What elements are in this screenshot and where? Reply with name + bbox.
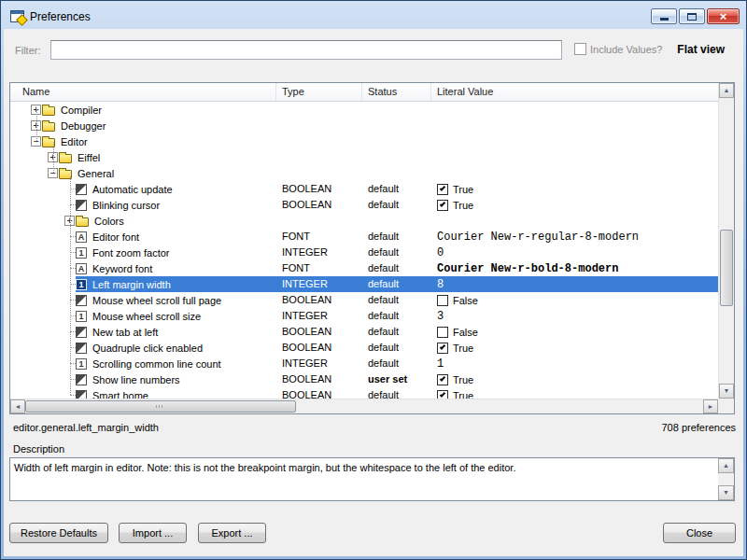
left-arrow-icon: ◄ xyxy=(15,403,21,410)
column-header-status[interactable]: Status xyxy=(362,83,431,101)
checkbox-checked-icon[interactable] xyxy=(437,343,448,354)
name-cell: Blinking cursor xyxy=(10,197,276,213)
tree-row[interactable]: New tab at leftBOOLEANdefaultFalse xyxy=(10,324,718,340)
name-cell: −Editor xyxy=(10,133,276,149)
pref-status: default xyxy=(362,387,431,399)
pref-name-label: New tab at left xyxy=(91,327,160,338)
description-scroll-down-button[interactable]: ▼ xyxy=(718,485,734,500)
pref-value: True xyxy=(431,197,718,213)
pref-name-label: Mouse wheel scroll size xyxy=(91,311,203,322)
tree-row[interactable]: AEditor fontFONTdefaultCourier New-r-reg… xyxy=(10,229,718,245)
preferences-tree-pane: Name Type Status Literal Value +Compiler… xyxy=(9,82,735,414)
pref-value-text: True xyxy=(453,390,473,399)
tree-row[interactable]: +Colors xyxy=(10,213,718,229)
name-cell: 1Mouse wheel scroll size xyxy=(10,308,276,324)
checkbox-checked-icon[interactable] xyxy=(437,390,448,399)
description-scroll-track[interactable] xyxy=(718,473,734,485)
import-button[interactable]: Import ... xyxy=(119,523,187,543)
pref-value xyxy=(431,165,718,181)
pref-status: default xyxy=(362,245,431,260)
font-icon: A xyxy=(76,231,87,243)
minimize-button[interactable] xyxy=(651,8,677,24)
checkbox-unchecked-icon[interactable] xyxy=(437,295,448,306)
check-mark-icon xyxy=(440,343,445,349)
pref-type xyxy=(276,165,362,181)
scroll-right-button[interactable]: ► xyxy=(703,399,718,413)
column-header-type[interactable]: Type xyxy=(276,83,362,101)
checkbox-checked-icon[interactable] xyxy=(437,374,448,385)
up-arrow-icon: ▲ xyxy=(724,87,730,93)
vertical-scrollbar[interactable]: ▲ ▼ xyxy=(718,83,734,399)
tree-row[interactable]: +Eiffel xyxy=(10,149,718,165)
filter-input[interactable] xyxy=(50,40,562,60)
tree-indent xyxy=(10,213,64,229)
pref-value-text: 3 xyxy=(437,310,444,323)
tree-row[interactable]: 1Mouse wheel scroll sizeINTEGERdefault3 xyxy=(10,308,718,324)
scroll-down-button[interactable]: ▼ xyxy=(719,384,734,399)
include-values-checkbox[interactable] xyxy=(574,43,586,55)
pref-value-text: True xyxy=(453,343,473,354)
tree-row[interactable]: 1Scrolling common line countINTEGERdefau… xyxy=(10,356,718,371)
tree-row[interactable]: Smart homeBOOLEANdefaultTrue xyxy=(10,387,718,399)
close-window-button[interactable]: × xyxy=(707,8,740,24)
pref-value-text: 8 xyxy=(437,278,444,291)
scroll-up-button[interactable]: ▲ xyxy=(719,83,734,98)
tree-row[interactable]: Show line numbersBOOLEANuser setTrue xyxy=(10,371,718,387)
description-scrollbar[interactable]: ▲ ▼ xyxy=(718,458,734,500)
pref-type: BOOLEAN xyxy=(276,181,362,197)
export-button[interactable]: Export ... xyxy=(198,523,266,543)
column-header-literal-value[interactable]: Literal Value xyxy=(431,83,718,101)
checkbox-unchecked-icon[interactable] xyxy=(437,327,448,338)
dialog-client-area: Filter: Include Values? Flat view Name T… xyxy=(4,29,743,556)
tree-indent xyxy=(10,181,64,197)
vertical-scroll-thumb[interactable] xyxy=(720,230,733,307)
restore-defaults-button[interactable]: Restore Defaults xyxy=(9,523,108,543)
pref-name-label: Colors xyxy=(92,216,126,227)
pref-value xyxy=(431,118,718,133)
name-cell: +Eiffel xyxy=(10,149,276,165)
horizontal-scroll-thumb[interactable] xyxy=(25,400,296,413)
tree-row[interactable]: 1Font zoom factorINTEGERdefault0 xyxy=(10,245,718,260)
tree-row[interactable]: −Editor xyxy=(10,133,718,149)
pref-type xyxy=(276,133,362,149)
boolean-icon xyxy=(76,184,87,195)
tree-row[interactable]: −General xyxy=(10,165,718,181)
tree-row[interactable]: Automatic updateBOOLEANdefaultTrue xyxy=(10,181,718,197)
tree-row[interactable]: Quadruple click enabledBOOLEANdefaultTru… xyxy=(10,340,718,356)
tree-indent xyxy=(10,149,48,165)
tree-row[interactable]: Blinking cursorBOOLEANdefaultTrue xyxy=(10,197,718,213)
horizontal-scrollbar[interactable]: ◄ ► xyxy=(10,399,718,413)
tree-row[interactable]: AKeyword fontFONTdefaultCourier New-r-bo… xyxy=(10,260,718,276)
vertical-scroll-track[interactable] xyxy=(719,98,734,384)
description-scroll-up-button[interactable]: ▲ xyxy=(718,458,734,473)
boolean-icon xyxy=(76,390,87,399)
pref-name-label: Blinking cursor xyxy=(91,200,162,211)
horizontal-scroll-track[interactable] xyxy=(25,399,703,413)
window-controls: × xyxy=(651,8,740,24)
tree-row[interactable]: +Compiler xyxy=(10,102,718,118)
pref-type: BOOLEAN xyxy=(276,387,362,399)
pref-value: True xyxy=(431,387,718,399)
maximize-button[interactable] xyxy=(679,8,705,24)
pref-value-text: Courier New-r-regular-8-modern xyxy=(437,231,639,244)
scroll-left-button[interactable]: ◄ xyxy=(10,399,25,413)
close-button[interactable]: Close xyxy=(663,523,736,543)
pref-status: default xyxy=(362,181,431,197)
column-header-name[interactable]: Name xyxy=(10,83,276,101)
tree-row[interactable]: +Debugger xyxy=(10,118,718,133)
flat-view-button[interactable]: Flat view xyxy=(677,43,725,56)
tree-indent xyxy=(10,292,64,308)
pref-name-label: Scrolling common line count xyxy=(91,358,223,370)
checkbox-checked-icon[interactable] xyxy=(437,200,448,211)
name-cell: +Compiler xyxy=(10,102,276,118)
tree-indent xyxy=(10,197,64,213)
tree-indent xyxy=(10,102,31,118)
checkbox-checked-icon[interactable] xyxy=(437,184,448,195)
pref-name-label: Smart home xyxy=(91,390,150,399)
pref-status: default xyxy=(362,229,431,245)
pref-type xyxy=(276,149,362,165)
tree-row[interactable]: Mouse wheel scroll full pageBOOLEANdefau… xyxy=(10,292,718,308)
pref-name-label: Mouse wheel scroll full page xyxy=(91,295,223,306)
tree-row[interactable]: 1Left margin widthINTEGERdefault8 xyxy=(10,276,718,292)
pref-value-text: 0 xyxy=(437,246,444,259)
